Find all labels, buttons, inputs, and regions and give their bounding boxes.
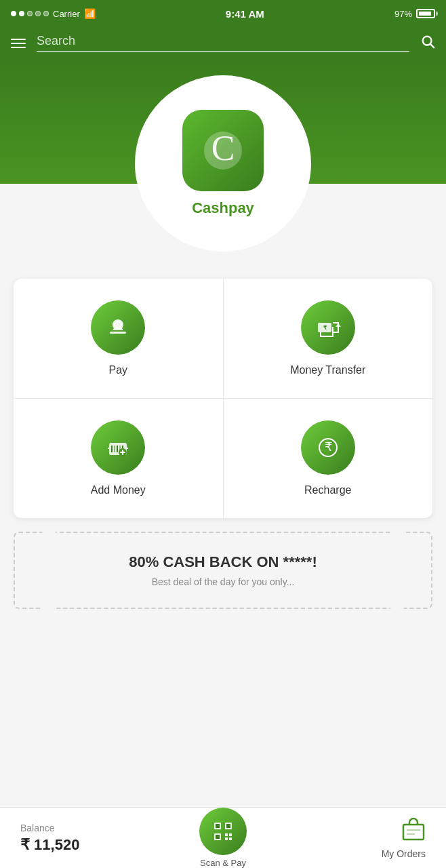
search-icon[interactable]: [420, 34, 435, 52]
balance-amount: ₹ 11,520: [20, 836, 199, 854]
battery-percent: 97%: [394, 9, 412, 19]
logo-icon: C: [196, 123, 250, 178]
banner-subtitle: Best deal of the day for you only...: [28, 576, 418, 587]
carrier-label: Carrier: [53, 9, 80, 19]
battery-icon: [416, 9, 435, 18]
grid-row-2: Add Money ₹ Recharge: [14, 398, 432, 518]
dot2: [19, 11, 24, 16]
recharge-button[interactable]: ₹ Recharge: [223, 399, 433, 518]
svg-rect-23: [403, 825, 424, 840]
my-orders-button[interactable]: My Orders: [247, 816, 432, 859]
svg-line-1: [430, 44, 434, 47]
search-input[interactable]: [37, 34, 409, 48]
dot4: [35, 11, 41, 16]
status-bar: Carrier 📶 9:41 AM 97%: [0, 0, 446, 27]
banner-title: 80% CASH BACK ON *****!: [28, 553, 418, 571]
add-money-icon: [91, 420, 145, 475]
money-transfer-icon: ₹: [301, 300, 355, 355]
recharge-icon: ₹: [301, 420, 355, 475]
wifi-icon: 📶: [84, 8, 96, 19]
svg-rect-19: [225, 833, 228, 836]
svg-rect-4: [110, 332, 126, 334]
notch-br: [390, 601, 404, 614]
pay-button[interactable]: $ Pay: [14, 279, 223, 398]
svg-rect-16: [226, 824, 230, 828]
grid-row-1: $ Pay ₹ Money Transfer: [14, 279, 432, 398]
clock: 9:41 AM: [226, 8, 264, 20]
menu-button[interactable]: [11, 39, 26, 48]
scan-icon: [199, 808, 247, 855]
svg-rect-21: [225, 837, 228, 840]
svg-text:$: $: [117, 323, 120, 329]
add-money-button[interactable]: Add Money: [14, 399, 223, 518]
bottom-nav: Balance ₹ 11,520 Scan & Pay: [0, 807, 446, 868]
svg-text:₹: ₹: [324, 440, 331, 454]
svg-rect-22: [229, 837, 232, 840]
pay-label: Pay: [108, 364, 127, 376]
money-transfer-label: Money Transfer: [290, 364, 365, 376]
notch-tl: [42, 526, 56, 540]
scan-label: Scan & Pay: [200, 858, 246, 868]
scan-pay-button[interactable]: Scan & Pay: [199, 808, 247, 868]
pay-icon: $: [91, 300, 145, 355]
status-right: 97%: [394, 9, 435, 19]
orders-icon: [401, 816, 426, 846]
notch-bl: [42, 601, 56, 614]
orders-label: My Orders: [382, 848, 426, 859]
dot1: [11, 11, 16, 16]
svg-rect-14: [216, 824, 220, 828]
search-bar: [0, 27, 446, 62]
app-name: Cashpay: [192, 199, 254, 217]
hero-circle: C Cashpay: [135, 75, 311, 252]
svg-rect-18: [216, 835, 220, 839]
promo-banner[interactable]: 80% CASH BACK ON *****! Best deal of the…: [14, 532, 432, 609]
money-transfer-button[interactable]: ₹ Money Transfer: [223, 279, 433, 398]
search-input-wrap[interactable]: [37, 34, 409, 52]
balance-section: Balance ₹ 11,520: [14, 823, 199, 854]
signal-dots: [11, 11, 49, 16]
svg-text:C: C: [211, 129, 235, 167]
dot3: [27, 11, 33, 16]
app-logo-box: C: [182, 110, 264, 191]
recharge-label: Recharge: [304, 484, 351, 496]
add-money-label: Add Money: [91, 484, 146, 496]
status-left: Carrier 📶: [11, 8, 96, 19]
battery-fill: [419, 12, 431, 16]
dot5: [43, 11, 49, 16]
action-grid: $ Pay ₹ Money Transfer: [14, 279, 432, 518]
hero-section: C Cashpay: [0, 62, 446, 265]
notch-tr: [390, 526, 404, 540]
svg-rect-20: [229, 833, 232, 836]
balance-label: Balance: [20, 823, 199, 833]
